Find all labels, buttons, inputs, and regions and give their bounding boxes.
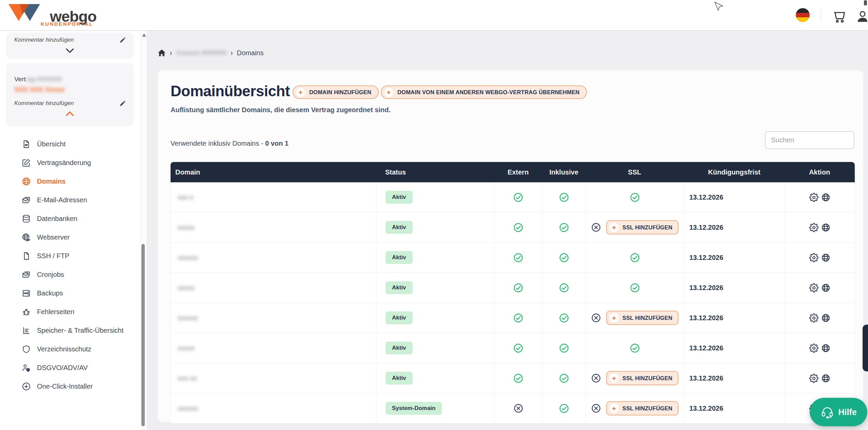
edit-contract-icon [22, 158, 31, 167]
sidebar-item-speicher-traffic[interactable]: Speicher- & Traffic-Übersicht [0, 321, 141, 340]
sidebar-item-ssh-ftp[interactable]: SSH / FTP [0, 247, 141, 265]
ssl-add-button[interactable]: +SSL HINZUFÜGEN [606, 220, 678, 234]
sidebar-scrollbar-thumb[interactable] [141, 244, 145, 426]
sidebar-item-label: SSH / FTP [37, 252, 70, 260]
check-circle-icon [630, 192, 640, 203]
termination-date: 13.12.2026 [689, 254, 723, 262]
termination-date: 13.12.2026 [689, 374, 723, 382]
plus-icon: + [609, 373, 619, 383]
sidebar-item-vertragsaenderung[interactable]: Vertragsänderung [0, 153, 141, 172]
expand-card-button[interactable] [6, 48, 134, 54]
table-header: DomainStatusExternInklusiveSSLKündigungs… [171, 162, 855, 182]
table-row: xxx-xAktiv13.12.2026 [171, 182, 854, 212]
sidebar-item-cronjobs[interactable]: Cronjobs [0, 265, 141, 284]
sidebar-item-verzeichnisschutz[interactable]: Verzeichnisschutz [0, 340, 141, 359]
settings-gear-icon[interactable] [809, 253, 818, 262]
logo-subtext: KUNDENPORTAL [41, 21, 93, 27]
webgo-logo[interactable]: webgo KUNDENPORTAL [8, 4, 93, 24]
home-icon[interactable] [158, 49, 166, 57]
domain-name-blurred: xxxxxx [178, 314, 198, 322]
feedback-side-tab[interactable] [863, 325, 868, 371]
dns-globe-icon[interactable] [821, 223, 830, 232]
user-account-icon[interactable] [856, 9, 868, 24]
sidebar-item-dsgvo[interactable]: DSGVO/ADV/AV [0, 359, 141, 377]
domain-name-blurred: xxx-xx [178, 374, 197, 382]
pencil-edit-icon[interactable] [119, 100, 126, 107]
ssl-add-button[interactable]: +SSL HINZUFÜGEN [606, 401, 678, 415]
column-header-6: Aktion [785, 162, 854, 182]
table-row: xxxxxAktiv+SSL HINZUFÜGEN13.12.2026 [171, 212, 854, 243]
sidebar-item-one-click-installer[interactable]: One-Click-Installer [0, 377, 141, 396]
sidebar-item-fehlerseiten[interactable]: Fehlerseiten [0, 303, 141, 321]
settings-gear-icon[interactable] [809, 344, 818, 353]
check-circle-icon [513, 343, 524, 353]
sidebar-scrollbar-up-arrow[interactable] [142, 34, 146, 37]
termination-date: 13.12.2026 [689, 224, 723, 231]
dns-globe-icon[interactable] [821, 193, 830, 202]
check-circle-icon [559, 373, 569, 384]
plus-icon: + [296, 88, 305, 97]
plus-icon: + [609, 404, 619, 413]
settings-gear-icon[interactable] [809, 374, 818, 383]
download-circle-icon [22, 382, 31, 391]
shield-icon [22, 345, 31, 354]
contract-comment-card-collapsed: Kommentar hinzufügen [6, 33, 134, 59]
status-badge: Aktiv [386, 191, 413, 204]
settings-gear-icon[interactable] [809, 223, 818, 232]
sidebar-item-webserver[interactable]: Webserver [0, 228, 141, 247]
page-subtitle: Auflistung sämtlicher Domains, die diese… [171, 106, 391, 114]
check-circle-icon [630, 343, 640, 353]
sidebar-item-domains[interactable]: Domains [0, 172, 141, 191]
search-input[interactable] [765, 131, 854, 149]
table-body: xxx-xAktiv13.12.2026xxxxxAktiv+SSL HINZU… [171, 182, 855, 424]
pencil-edit-icon[interactable] [119, 37, 126, 43]
document-overview-icon [22, 140, 31, 149]
dns-globe-icon[interactable] [821, 253, 830, 262]
check-circle-icon [630, 283, 640, 293]
cart-icon[interactable] [831, 9, 846, 24]
plus-icon: + [384, 88, 393, 97]
table-row: xxxxxxAktiv+SSL HINZUFÜGEN13.12.2026 [171, 303, 854, 333]
sidebar-item-datenbanken[interactable]: Datenbanken [0, 209, 141, 228]
sidebar-menu: Übersicht Vertragsänderung Domains E-Mai… [0, 135, 141, 396]
email-icon [22, 196, 31, 205]
settings-gear-icon[interactable] [809, 313, 818, 323]
sidebar-item-email-adressen[interactable]: E-Mail-Adressen [0, 191, 141, 209]
settings-gear-icon[interactable] [809, 283, 818, 292]
dns-globe-icon[interactable] [821, 344, 830, 353]
takeover-domain-label: DOMAIN VON EINEM ANDEREN WEBGO-VERTRAG Ü… [397, 89, 579, 96]
termination-date: 13.12.2026 [689, 405, 723, 412]
dns-globe-icon[interactable] [821, 374, 830, 383]
check-circle-icon [513, 313, 524, 323]
takeover-domain-button[interactable]: + DOMAIN VON EINEM ANDEREN WEBGO-VERTRAG… [381, 85, 587, 99]
collapse-card-button[interactable] [6, 111, 134, 116]
ssl-add-button[interactable]: +SSL HINZUFÜGEN [606, 371, 678, 385]
column-header-0: Domain [171, 162, 376, 182]
contract-title-prefix: Vert [14, 76, 26, 83]
cronjobs-icon [22, 270, 31, 279]
top-header-bar: webgo KUNDENPORTAL [0, 0, 868, 31]
page-scrollbar-thumb[interactable] [864, 0, 867, 5]
breadcrumb-current: Domains [237, 49, 264, 57]
status-badge: System-Domain [386, 402, 442, 415]
comment-add-label: Kommentar hinzufügen [14, 37, 74, 43]
help-button[interactable]: Hilfe [810, 398, 867, 426]
sidebar-item-label: Speicher- & Traffic-Übersicht [37, 327, 123, 334]
sidebar-item-uebersicht[interactable]: Übersicht [0, 135, 141, 153]
sidebar-item-backups[interactable]: Backups [0, 284, 141, 303]
column-header-5: Kündigungsfrist [684, 162, 785, 182]
sidebar-item-label: Cronjobs [37, 271, 64, 279]
dns-globe-icon[interactable] [821, 313, 830, 323]
language-german-flag-icon[interactable] [796, 8, 810, 22]
ssl-add-button[interactable]: +SSL HINZUFÜGEN [606, 311, 678, 325]
sidebar-item-label: One-Click-Installer [37, 383, 93, 390]
settings-gear-icon[interactable] [809, 193, 818, 202]
sidebar-item-label: Webserver [37, 233, 70, 241]
status-badge: Aktiv [386, 251, 413, 264]
backups-server-icon [22, 289, 31, 298]
breadcrumb-contract-blurred[interactable]: Xxxxxxx #000000 [176, 49, 226, 57]
sidebar-item-label: Backups [37, 289, 63, 297]
add-domain-button[interactable]: + DOMAIN HINZUFÜGEN [293, 85, 379, 99]
inclusive-domains-usage: Verwendete inklusiv Domains - 0 von 1 [171, 140, 289, 147]
dns-globe-icon[interactable] [821, 283, 830, 292]
